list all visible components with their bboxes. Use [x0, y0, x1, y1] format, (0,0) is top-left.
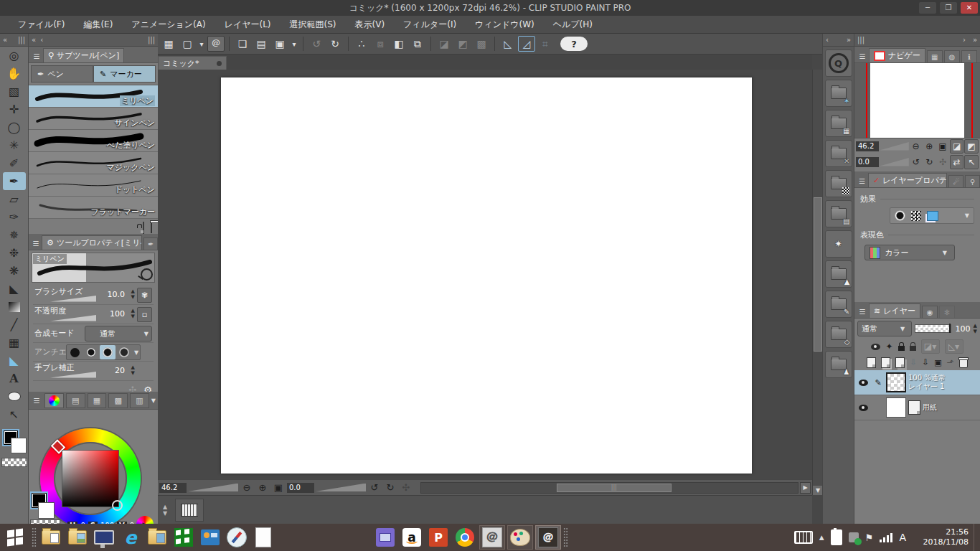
layer-opacity-spinner[interactable]: ▲▼ [974, 323, 977, 334]
menu-animation[interactable]: アニメーション(A) [122, 19, 215, 31]
background-color-swatch[interactable] [11, 438, 27, 453]
selection-fill-icon[interactable]: ◩ [454, 36, 471, 52]
rotate-right-icon[interactable]: ↻ [923, 156, 936, 169]
reset-rotation-icon[interactable]: ✣ [399, 481, 413, 494]
layer-thumbnail[interactable] [886, 372, 906, 392]
subtool-item-millipen[interactable]: ミリペン [29, 85, 158, 108]
show-desktop-button[interactable] [974, 524, 979, 551]
touch-keyboard-icon[interactable] [794, 531, 813, 544]
selection-border-icon[interactable]: ◪ [435, 36, 453, 52]
navigator-preview[interactable] [854, 63, 980, 138]
control-panel-icon[interactable] [198, 526, 222, 549]
open-file-icon[interactable]: ▤ [253, 36, 270, 52]
subtool-item-signpen[interactable]: サインペン [29, 108, 158, 130]
save-caret-icon[interactable]: ▾ [290, 36, 298, 52]
set-mask-icon[interactable]: ◪▾ [921, 339, 940, 354]
layer-color-effect-icon[interactable] [927, 211, 938, 221]
fill-icon[interactable]: ◧ [390, 36, 407, 52]
opacity-spinner[interactable]: ▲▼ [131, 308, 135, 319]
drawer-scroll-arrows[interactable]: ▲▼ [159, 504, 171, 517]
tab-close-dot-icon[interactable] [217, 61, 222, 66]
battery-icon[interactable] [831, 529, 842, 545]
screen-settings-caret-icon[interactable]: ▾ [197, 36, 206, 52]
delete-layer-icon[interactable] [959, 359, 968, 368]
menu-edit[interactable]: 編集(E) [74, 19, 122, 31]
reselect-icon[interactable]: ⧈ [372, 36, 389, 52]
rotate-right-icon[interactable]: ↻ [383, 481, 397, 494]
timeline-drawer-button[interactable] [175, 499, 204, 522]
deselect-icon[interactable]: ∴ [353, 36, 370, 52]
balloon-tool-icon[interactable] [3, 387, 26, 405]
eraser-tool-icon[interactable]: ▱ [3, 190, 26, 208]
zoom-tool-icon[interactable]: ◎ [3, 47, 26, 65]
subtool-tab-pen[interactable]: ✒ ペン [31, 65, 93, 83]
rotation-value[interactable]: 0.0 [287, 483, 314, 493]
brush-preview[interactable]: ミリペン [32, 253, 155, 283]
navigator-zoom-slider[interactable] [880, 142, 909, 151]
layer-name[interactable]: レイヤー 1 [908, 382, 946, 391]
subtool-item-betanuri-pen[interactable]: べた塗りペン [29, 130, 158, 152]
safari-compass-icon[interactable] [225, 526, 249, 549]
navigator-tab[interactable]: ナビゲー [869, 48, 925, 62]
menu-layer[interactable]: レイヤー(L) [215, 19, 281, 31]
visibility-eye-icon[interactable] [859, 405, 868, 411]
new-file-icon[interactable]: ❏ [234, 36, 251, 52]
documents-folder-icon[interactable] [39, 526, 63, 549]
right-dock-header[interactable]: |||›» [854, 34, 980, 47]
material-monochrome-folder[interactable]: ✕ [825, 140, 852, 167]
zoom-in-icon[interactable]: ⊕ [255, 481, 270, 494]
redo-icon[interactable]: ↻ [326, 36, 344, 52]
menu-selection[interactable]: 選択範囲(S) [281, 19, 346, 31]
chevron-down-icon[interactable]: ▼ [133, 349, 140, 356]
chevron-down-icon[interactable]: ▼ [965, 212, 969, 219]
actual-size-icon[interactable]: ◩ [964, 139, 979, 154]
snap-special-ruler-icon[interactable]: ◿ [518, 36, 535, 52]
show-hidden-icons-chevron[interactable]: ▲ [819, 534, 824, 541]
canvas-viewport[interactable] [158, 70, 812, 479]
transfer-layer-icon[interactable]: ⇩ [922, 357, 929, 367]
navigator-zoom-value[interactable]: 46.2 [856, 141, 879, 151]
zoom-in-icon[interactable]: ⊕ [923, 140, 936, 153]
taskbar-clock[interactable]: 21:56 2018/11/08 [913, 527, 969, 547]
animation-cels-tab-icon[interactable]: ✻ [939, 306, 955, 318]
border-effect-icon[interactable] [895, 210, 905, 221]
layer-search-tab-icon[interactable]: ◉ [922, 306, 938, 318]
pictures-folder-icon[interactable] [65, 526, 90, 549]
material-pen-folder[interactable]: ✎ [825, 291, 852, 318]
ruler-tool-icon[interactable]: ◣ [3, 352, 26, 369]
operation-tool-icon[interactable]: ▧ [3, 83, 26, 100]
light-table-icon[interactable]: ✦ [885, 342, 892, 352]
menu-view[interactable]: 表示(V) [346, 19, 395, 31]
file-explorer-icon[interactable] [145, 526, 169, 549]
subtool-item-flatmarker[interactable]: フラットマーカー [29, 197, 158, 219]
paint-app-button[interactable] [507, 525, 533, 550]
menu-file[interactable]: ファイル(F) [9, 19, 74, 31]
toolbox-dock-header[interactable]: «||| [0, 34, 28, 47]
fit-to-screen-icon[interactable]: ▣ [936, 140, 949, 153]
quick-access-button[interactable]: Q [825, 50, 852, 77]
magic-wand-tool-icon[interactable]: ✳ [3, 136, 26, 154]
panel-menu-icon[interactable]: ☰ [31, 394, 42, 407]
blend-mode-dropdown[interactable]: 通常 ▼ [85, 326, 152, 342]
canvas[interactable] [221, 77, 752, 474]
material-color-pattern-folder[interactable]: ✶ [825, 80, 852, 107]
rotate-left-icon[interactable]: ↺ [910, 156, 923, 169]
brush-size-value[interactable]: 10.0 [108, 290, 126, 299]
menu-help[interactable]: ヘルプ(H) [544, 19, 602, 31]
horizontal-scroll-thumb[interactable]: ||| [557, 484, 672, 492]
opacity-value[interactable]: 100 [110, 309, 125, 319]
menu-filter[interactable]: フィルター(I) [394, 19, 466, 31]
clip-studio-logo-button[interactable]: ＠ [207, 36, 225, 52]
anti-aliasing-strong-button[interactable] [116, 345, 132, 359]
layer-row-paper[interactable]: 用紙 [854, 395, 980, 420]
brush-tool-icon[interactable]: ✑ [3, 208, 26, 226]
panel-menu-icon[interactable]: ☰ [856, 305, 869, 318]
selection-clear-icon[interactable]: ▩ [473, 36, 490, 52]
new-layer-icon[interactable] [867, 357, 876, 368]
tool-navigation-tab-icon[interactable]: ⚲ [965, 175, 980, 187]
powerpoint-icon[interactable]: P [426, 526, 451, 549]
material-tone-folder[interactable] [825, 170, 852, 197]
material-image-folder[interactable]: ▦ [825, 110, 852, 137]
reset-view-icon[interactable]: ↖ [964, 155, 979, 169]
figure-tool-icon[interactable]: ╱ [3, 316, 26, 334]
